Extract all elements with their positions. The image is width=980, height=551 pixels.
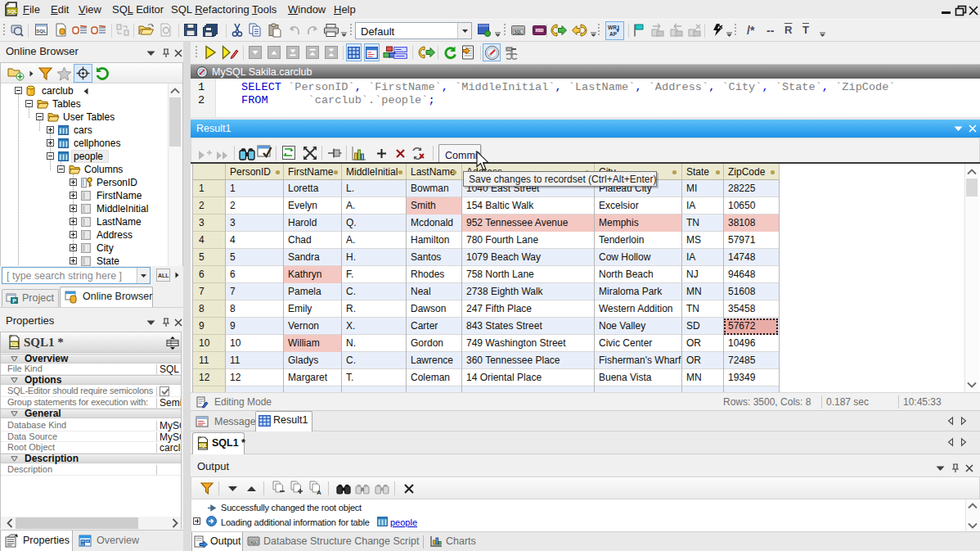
svg-text:SQL: SQL	[515, 30, 523, 34]
svg-text:SQL: SQL	[7, 9, 18, 14]
svg-text:SQL: SQL	[36, 29, 47, 34]
svg-text:A: A	[317, 489, 321, 496]
svg-text:a: a	[361, 486, 364, 492]
svg-text:SQL: SQL	[250, 540, 258, 544]
svg-text:XSD: XSD	[536, 29, 544, 33]
svg-text:SQL: SQL	[199, 443, 207, 448]
svg-text:SQL: SQL	[10, 341, 18, 346]
svg-text:P: P	[12, 298, 16, 304]
svg-text:AP: AP	[609, 31, 618, 37]
svg-text:WR: WR	[608, 25, 617, 30]
